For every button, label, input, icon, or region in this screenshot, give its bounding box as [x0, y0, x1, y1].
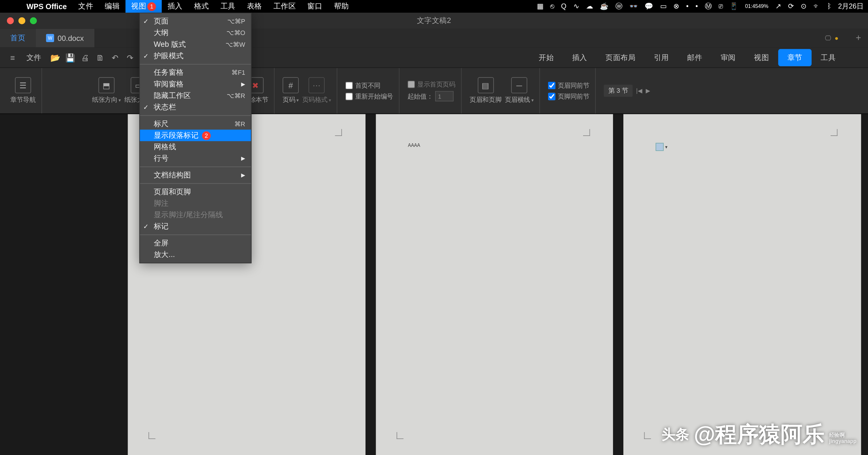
file-menu[interactable]: 文件	[21, 52, 47, 62]
undo-icon[interactable]: ↶	[108, 50, 122, 64]
header-footer-button[interactable]: ▤ 页眉和页脚	[470, 77, 501, 104]
header-same-checkbox[interactable]: 页眉同前节	[548, 81, 590, 89]
ribbon-tab-0[interactable]: 开始	[530, 49, 563, 66]
tray-icon[interactable]: ⓦ	[615, 1, 622, 11]
menu-separator	[140, 115, 251, 116]
dropdown-item-10[interactable]: 标尺⌘R	[140, 118, 251, 130]
restart-numbering-checkbox[interactable]: 重新开始编号	[345, 92, 393, 101]
dropdown-item-22[interactable]: 全屏	[140, 237, 251, 249]
minimize-window[interactable]	[19, 17, 25, 24]
home-tab[interactable]: 首页	[0, 29, 36, 47]
dropdown-item-17[interactable]: 页眉和页脚	[140, 186, 251, 197]
page-2[interactable]: AAAA	[376, 114, 613, 455]
dropdown-item-3[interactable]: ✓护眼模式	[140, 50, 251, 61]
display-mode-indicator[interactable]: 🖵 ●	[819, 34, 844, 41]
dropdown-item-label: 行号	[154, 153, 169, 164]
tray-icon[interactable]: ⊙	[801, 2, 807, 10]
tray-icon[interactable]: ▦	[537, 2, 544, 10]
tray-icon[interactable]: 📱	[730, 2, 738, 10]
app-menu[interactable]: WPS Office	[21, 0, 72, 13]
bluetooth-icon[interactable]: ᛒ	[827, 2, 831, 10]
tray-icon[interactable]: 👓	[629, 2, 638, 10]
menu-tools[interactable]: 工具	[215, 0, 241, 13]
save-icon[interactable]: 💾	[63, 50, 77, 64]
next-section-icon[interactable]: ▶	[646, 88, 650, 94]
dropdown-item-20[interactable]: ✓标记	[140, 221, 251, 232]
ribbon-tab-5[interactable]: 审阅	[712, 49, 745, 66]
tray-icon[interactable]: ☁	[586, 2, 593, 10]
tray-icon[interactable]: Ⓜ	[705, 1, 712, 11]
menu-table[interactable]: 表格	[241, 0, 268, 13]
tray-icon[interactable]: ↗	[775, 2, 781, 10]
dropdown-item-23[interactable]: 放大...	[140, 249, 251, 260]
menu-insert[interactable]: 插入	[162, 0, 188, 13]
tray-icon[interactable]: ▭	[660, 2, 666, 10]
document-tab[interactable]: W 00.docx	[36, 29, 94, 47]
page-3[interactable]: ▾	[624, 114, 861, 455]
dropdown-item-2[interactable]: Web 版式⌥⌘W	[140, 38, 251, 50]
ribbon-tab-2[interactable]: 页面布局	[596, 49, 645, 66]
tray-icon[interactable]: •	[686, 2, 688, 10]
show-first-num-checkbox[interactable]: 显示首页页码	[407, 80, 455, 89]
tray-icon[interactable]: ⟳	[788, 2, 794, 10]
wifi-icon[interactable]: ᯤ	[813, 2, 820, 10]
dropdown-item-label: 任务窗格	[154, 67, 184, 78]
preview-icon[interactable]: 🗎	[93, 50, 107, 64]
menu-file[interactable]: 文件	[73, 0, 99, 13]
dropdown-item-5[interactable]: 任务窗格⌘F1	[140, 67, 251, 78]
shortcut-label: ⌘F1	[231, 69, 245, 76]
print-icon[interactable]: 🖨	[78, 50, 92, 64]
page-number-button[interactable]: # 页码▾	[283, 77, 299, 104]
maximize-window[interactable]	[30, 17, 37, 24]
dropdown-item-1[interactable]: 大纲⌥⌘O	[140, 27, 251, 38]
dropdown-item-11[interactable]: 显示段落标记2	[140, 130, 251, 141]
ribbon-tab-8[interactable]: 工具	[811, 49, 845, 66]
dropdown-item-12[interactable]: 网格线	[140, 141, 251, 153]
open-icon[interactable]: 📂	[48, 50, 62, 64]
tray-icon[interactable]: ☕	[600, 2, 608, 10]
prev-section-icon[interactable]: |◀	[636, 88, 643, 94]
ribbon-tab-6[interactable]: 视图	[745, 49, 778, 66]
menu-format[interactable]: 格式	[188, 0, 215, 13]
ribbon-tab-4[interactable]: 邮件	[678, 49, 712, 66]
redo-icon[interactable]: ↷	[123, 50, 137, 64]
section-nav-icon[interactable]: ☰	[15, 77, 31, 93]
battery-indicator[interactable]: 01:4549%	[745, 3, 768, 9]
section-indicator[interactable]: 第 3 节	[604, 85, 632, 97]
footer-same-checkbox[interactable]: 页脚同前节	[548, 92, 590, 101]
watermark-brand: 经验啊 jingyanapp	[829, 432, 857, 445]
ribbon-tab-3[interactable]: 引用	[645, 49, 678, 66]
new-tab-button[interactable]: +	[849, 33, 868, 43]
header-line-button[interactable]: ─ 页眉横线▾	[505, 77, 534, 104]
paper-orientation[interactable]: ⬒ 纸张方向▾	[92, 77, 121, 104]
page-num-group: # 页码▾ ⋯ 页码格式▾	[277, 68, 338, 114]
dropdown-item-6[interactable]: 审阅窗格▶	[140, 78, 251, 90]
dropdown-item-0[interactable]: ✓页面⌥⌘P	[140, 16, 251, 27]
menu-view[interactable]: 视图 1	[126, 0, 162, 13]
document-canvas[interactable]: AAAA ▾	[0, 114, 868, 455]
check-icon: ✓	[143, 52, 149, 59]
dropdown-item-8[interactable]: ✓状态栏	[140, 102, 251, 113]
tray-icon[interactable]: ⎋	[550, 2, 554, 10]
page-number-format-button[interactable]: ⋯ 页码格式▾	[302, 77, 331, 104]
tray-icon[interactable]: ∿	[574, 2, 579, 10]
menu-icon[interactable]: ≡	[6, 50, 20, 64]
tray-icon[interactable]: •	[695, 2, 698, 10]
start-value-input[interactable]	[435, 91, 454, 101]
close-window[interactable]	[7, 17, 13, 24]
tray-icon[interactable]: Q	[561, 2, 566, 10]
ribbon-tab-1[interactable]: 插入	[563, 49, 596, 66]
first-page-different-checkbox[interactable]: 首页不同	[345, 81, 380, 89]
dropdown-item-15[interactable]: 文档结构图▶	[140, 170, 251, 181]
menu-workspace[interactable]: 工作区	[268, 0, 301, 13]
menu-help[interactable]: 帮助	[328, 0, 354, 13]
tray-icon[interactable]: 💬	[645, 2, 653, 10]
dropdown-item-13[interactable]: 行号▶	[140, 153, 251, 164]
tray-icon[interactable]: ⊗	[673, 2, 679, 10]
menu-window[interactable]: 窗口	[302, 0, 328, 13]
ribbon-tab-7[interactable]: 章节	[778, 49, 812, 66]
date-indicator[interactable]: 2月26日	[838, 1, 863, 11]
dropdown-item-7[interactable]: 隐藏工作区⌥⌘R	[140, 90, 251, 101]
menu-edit[interactable]: 编辑	[99, 0, 126, 13]
tray-icon[interactable]: ⎚	[719, 2, 723, 10]
